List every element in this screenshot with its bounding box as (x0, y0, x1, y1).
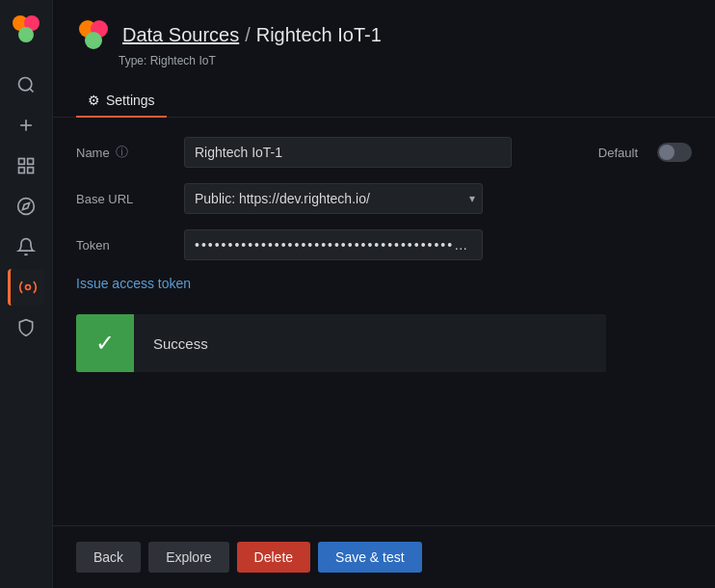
settings-tab-label: Settings (106, 93, 155, 108)
breadcrumb-separator: / (245, 24, 251, 46)
breadcrumb: Data Sources / Rightech IoT-1 (76, 17, 692, 52)
svg-rect-8 (28, 159, 34, 165)
token-label: Token (76, 238, 172, 253)
delete-button[interactable]: Delete (237, 542, 310, 573)
save-test-button[interactable]: Save & test (318, 542, 422, 573)
base-url-label: Base URL (76, 192, 172, 206)
page-header: Data Sources / Rightech IoT-1 Type: Righ… (53, 0, 715, 77)
name-row: Name ⓘ Default (76, 137, 692, 168)
search-icon[interactable] (8, 67, 44, 103)
settings-tab-icon: ⚙ (88, 93, 100, 108)
token-row: Token ••••••••••••••••••••••••••••••••••… (76, 229, 692, 260)
base-url-row: Base URL Public: https://dev.rightech.io… (76, 183, 692, 214)
back-button[interactable]: Back (76, 542, 141, 573)
configuration-icon[interactable] (8, 269, 44, 306)
tab-settings[interactable]: ⚙ Settings (76, 85, 167, 118)
svg-rect-10 (28, 168, 34, 174)
svg-point-11 (18, 199, 35, 215)
explore-button[interactable]: Explore (148, 542, 228, 573)
name-label: Name ⓘ (76, 144, 172, 161)
sidebar (0, 0, 53, 588)
breadcrumb-current-page: Rightech IoT-1 (256, 24, 382, 46)
success-text: Success (134, 335, 227, 352)
explore-icon[interactable] (8, 188, 44, 225)
svg-rect-7 (19, 159, 25, 165)
svg-rect-9 (19, 168, 25, 174)
grafana-logo-icon (76, 17, 111, 52)
base-url-select[interactable]: Public: https://dev.rightech.io/ (184, 183, 483, 214)
issue-token-link[interactable]: Issue access token (76, 276, 191, 291)
svg-point-13 (25, 285, 30, 290)
svg-marker-12 (22, 202, 29, 209)
main-content: Data Sources / Rightech IoT-1 Type: Righ… (53, 0, 715, 588)
tab-bar: ⚙ Settings (53, 85, 715, 118)
success-banner: ✓ Success (76, 314, 606, 372)
settings-form: Name ⓘ Default Base URL Public: https://… (53, 118, 715, 525)
dashboards-icon[interactable] (8, 147, 44, 184)
name-info-icon[interactable]: ⓘ (116, 144, 128, 161)
token-field[interactable]: ••••••••••••••••••••••••••••••••••••••••… (184, 229, 483, 260)
name-input[interactable] (184, 137, 512, 168)
svg-point-2 (18, 27, 34, 42)
logo (11, 13, 41, 47)
datasource-type-label: Type: Rightech IoT (119, 54, 692, 67)
toggle-track (657, 143, 692, 162)
base-url-select-wrapper: Public: https://dev.rightech.io/ ▾ (184, 183, 483, 214)
add-icon[interactable] (8, 107, 44, 144)
shield-icon[interactable] (8, 309, 44, 346)
svg-point-16 (85, 32, 102, 49)
success-icon-box: ✓ (76, 314, 134, 372)
svg-line-4 (30, 89, 34, 93)
toggle-thumb (659, 145, 675, 160)
svg-point-3 (19, 78, 32, 91)
check-icon: ✓ (95, 330, 115, 357)
default-toggle[interactable] (657, 143, 692, 162)
default-label: Default (598, 146, 638, 160)
footer-actions: Back Explore Delete Save & test (53, 525, 715, 588)
alerting-icon[interactable] (8, 228, 44, 265)
breadcrumb-link-datasources[interactable]: Data Sources (122, 24, 239, 46)
